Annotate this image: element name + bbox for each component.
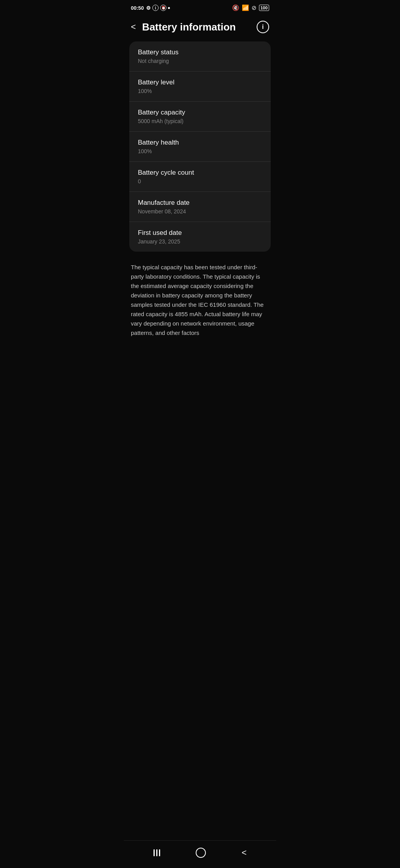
wifi-icon: 📶 bbox=[242, 4, 249, 11]
info-row-label: Battery status bbox=[138, 48, 262, 56]
gear-icon: ⚙ bbox=[146, 5, 151, 11]
info-row-value: 5000 mAh (typical) bbox=[138, 118, 262, 124]
info-row-value: November 08, 2024 bbox=[138, 208, 262, 215]
info-row-label: Battery cycle count bbox=[138, 169, 262, 177]
info-circle-button[interactable]: i bbox=[257, 21, 269, 33]
info-row-value: January 23, 2025 bbox=[138, 238, 262, 245]
header-left: < Battery information bbox=[129, 20, 236, 34]
info-row-value: Not charging bbox=[138, 58, 262, 64]
info-row-value: 100% bbox=[138, 88, 262, 94]
status-time: 00:50 bbox=[131, 5, 144, 11]
info-row-value: 0 bbox=[138, 178, 262, 184]
info-row-label: Battery level bbox=[138, 79, 262, 86]
info-row: Battery capacity5000 mAh (typical) bbox=[129, 102, 271, 132]
mute-icon: 🔇 bbox=[232, 4, 239, 11]
info-row: Manufacture dateNovember 08, 2024 bbox=[129, 192, 271, 222]
notification-dot bbox=[168, 7, 170, 9]
info-button-label: i bbox=[262, 23, 264, 30]
info-row-label: Battery health bbox=[138, 139, 262, 147]
info-icon: i bbox=[152, 5, 159, 11]
status-left: 00:50 ⚙ i ⏰ bbox=[131, 5, 170, 11]
clock-icon: ⏰ bbox=[160, 5, 166, 11]
info-row: Battery cycle count0 bbox=[129, 162, 271, 192]
status-icons: ⚙ i ⏰ bbox=[146, 5, 170, 11]
info-row: Battery health100% bbox=[129, 132, 271, 162]
description-text: The typical capacity has been tested und… bbox=[124, 260, 276, 349]
info-row: Battery statusNot charging bbox=[129, 41, 271, 72]
no-signal-icon: ⊘ bbox=[252, 4, 257, 11]
info-row: First used dateJanuary 23, 2025 bbox=[129, 222, 271, 252]
info-row-label: First used date bbox=[138, 229, 262, 237]
page-title: Battery information bbox=[142, 21, 236, 33]
battery-info-card: Battery statusNot chargingBattery level1… bbox=[129, 41, 271, 252]
info-row-label: Manufacture date bbox=[138, 199, 262, 207]
page-header: < Battery information i bbox=[124, 14, 276, 41]
battery-indicator: 100 bbox=[259, 5, 269, 11]
back-button[interactable]: < bbox=[129, 20, 139, 34]
status-right: 🔇 📶 ⊘ 100 bbox=[232, 4, 269, 11]
info-row: Battery level100% bbox=[129, 72, 271, 102]
info-row-label: Battery capacity bbox=[138, 109, 262, 116]
status-bar: 00:50 ⚙ i ⏰ 🔇 📶 ⊘ 100 bbox=[124, 0, 276, 14]
info-row-value: 100% bbox=[138, 148, 262, 154]
